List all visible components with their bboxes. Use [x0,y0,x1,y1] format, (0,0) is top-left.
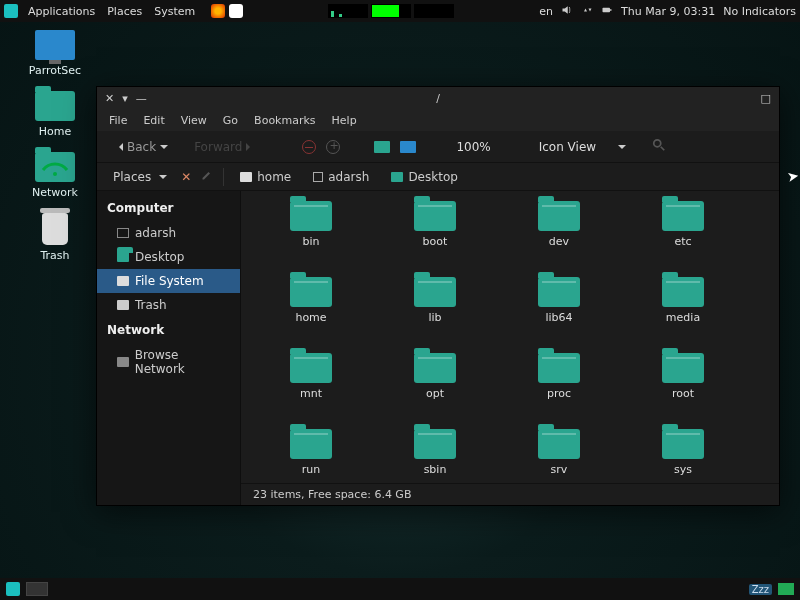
sidebar-item-file-system[interactable]: File System [97,269,240,293]
view-mode-dropdown[interactable]: Icon View [531,137,634,157]
folder-sys[interactable]: sys [621,429,745,483]
toolbar: Back Forward 100% Icon View [97,131,779,163]
cpu-graph-icon [328,4,368,18]
menu-view[interactable]: View [175,112,213,129]
menu-edit[interactable]: Edit [137,112,170,129]
folder-icon [290,353,332,383]
top-panel: Applications Places System en Thu Mar 9,… [0,0,800,22]
system-monitor-applet[interactable] [328,4,454,18]
zoom-level[interactable]: 100% [456,140,490,154]
folder-run[interactable]: run [249,429,373,483]
folder-label: root [672,387,694,400]
close-icon[interactable]: ✕ [105,92,114,105]
folder-icon [414,353,456,383]
desktop-icon-network[interactable]: Network [20,152,90,199]
back-label: Back [127,140,156,154]
desktop-icon-label: Trash [20,249,90,262]
chevron-down-icon [618,145,626,153]
breadcrumb-home[interactable]: home [234,168,297,186]
sidebar-item-desktop[interactable]: Desktop [97,245,240,269]
folder-sbin[interactable]: sbin [373,429,497,483]
folder-bin[interactable]: bin [249,201,373,277]
folder-icon [538,201,580,231]
menu-go[interactable]: Go [217,112,244,129]
folder-label: run [302,463,320,476]
folder-srv[interactable]: srv [497,429,621,483]
home-toolbar-icon[interactable] [374,141,390,153]
search-icon[interactable] [652,138,666,155]
folder-boot[interactable]: boot [373,201,497,277]
desktop-icon-label: ParrotSec [20,64,90,77]
edit-path-icon[interactable] [197,169,217,184]
places-dropdown[interactable]: Places [105,167,175,187]
sidebar-item-label: File System [135,274,204,288]
folder-opt[interactable]: opt [373,353,497,429]
app-launcher-icon[interactable] [229,4,243,18]
folder-home[interactable]: home [249,277,373,353]
start-menu-icon[interactable] [6,582,20,596]
folder-icon [662,201,704,231]
menu-help[interactable]: Help [326,112,363,129]
folder-dev[interactable]: dev [497,201,621,277]
taskbar-entry[interactable] [26,582,48,596]
menu-icon[interactable]: ▾ [122,92,128,105]
folder-media[interactable]: media [621,277,745,353]
clock[interactable]: Thu Mar 9, 03:31 [621,5,715,18]
breadcrumb-desktop[interactable]: Desktop [385,168,464,186]
location-bar: Places ✕ home adarsh Desktop [97,163,779,191]
folder-label: srv [551,463,568,476]
menu-applications[interactable]: Applications [22,3,101,20]
view-mode-label: Icon View [539,140,596,154]
workspace-switcher-icon[interactable] [778,583,794,595]
sidebar-item-trash[interactable]: Trash [97,293,240,317]
close-places-icon[interactable]: ✕ [181,170,191,184]
distro-logo-icon[interactable] [4,4,18,18]
desktop-icon-label: Home [20,125,90,138]
computer-toolbar-icon[interactable] [400,141,416,153]
zoom-out-icon[interactable] [302,140,316,154]
folder-lib[interactable]: lib [373,277,497,353]
folder-lib64[interactable]: lib64 [497,277,621,353]
svg-rect-1 [610,9,612,11]
desktop-icon-trash[interactable]: Trash [20,213,90,262]
menu-places[interactable]: Places [101,3,148,20]
folder-label: media [666,311,700,324]
titlebar[interactable]: ✕ ▾ — / □ [97,87,779,109]
network-updown-icon[interactable] [581,4,593,19]
status-bar: 23 items, Free space: 6.4 GB [241,483,779,505]
file-pane[interactable]: binbootdevetchomeliblib64mediamntoptproc… [241,191,779,505]
folder-icon [414,277,456,307]
chevron-right-icon [246,143,254,151]
back-button[interactable]: Back [107,137,176,157]
mem-graph-icon [371,4,411,18]
battery-icon[interactable] [601,4,613,19]
breadcrumb-user[interactable]: adarsh [307,168,375,186]
desktop-icon-parrotsec[interactable]: ParrotSec [20,30,90,77]
sidebar-item-browse-network[interactable]: Browse Network [97,343,240,381]
menu-bookmarks[interactable]: Bookmarks [248,112,321,129]
minimize-icon[interactable]: — [136,92,147,105]
folder-label: lib64 [545,311,572,324]
folder-etc[interactable]: etc [621,201,745,277]
folder-icon [662,277,704,307]
volume-icon[interactable] [561,4,573,19]
folder-root[interactable]: root [621,353,745,429]
sidebar-item-adarsh[interactable]: adarsh [97,221,240,245]
folder-proc[interactable]: proc [497,353,621,429]
home-folder-icon [35,91,75,121]
quicklaunch [211,4,243,18]
maximize-icon[interactable]: □ [753,92,779,105]
menu-system[interactable]: System [148,3,201,20]
menu-file[interactable]: File [103,112,133,129]
firefox-icon[interactable] [211,4,225,18]
svg-rect-0 [603,7,611,12]
zoom-in-icon[interactable] [326,140,340,154]
chevron-left-icon [115,143,123,151]
svg-point-3 [654,140,661,147]
places-label: Places [113,170,151,184]
folder-mnt[interactable]: mnt [249,353,373,429]
sleep-indicator[interactable]: Zzz [749,584,772,595]
folder-label: sbin [424,463,447,476]
keyboard-layout[interactable]: en [539,5,553,18]
desktop-icon-home[interactable]: Home [20,91,90,138]
